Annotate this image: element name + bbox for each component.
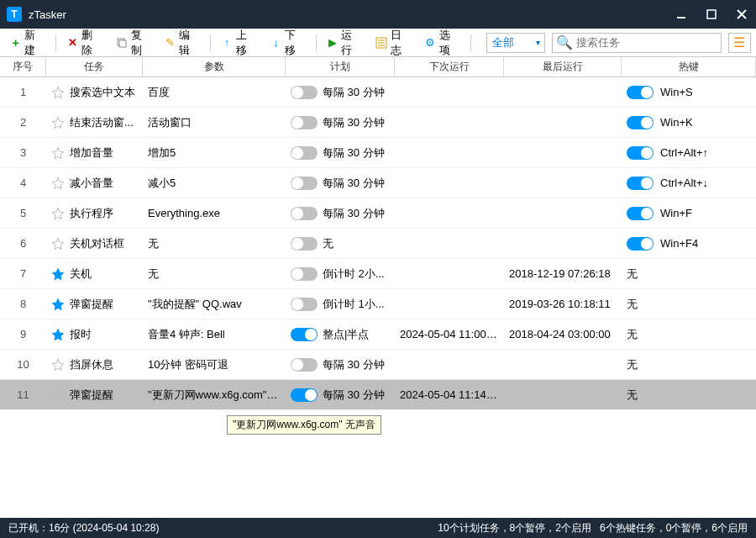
star-icon[interactable]	[51, 328, 65, 341]
col-hot[interactable]: 热键	[622, 57, 756, 76]
table-row[interactable]: 4减小音量减小5每隔 30 分钟Ctrl+Alt+↓	[0, 168, 756, 198]
plan-toggle[interactable]	[291, 298, 318, 311]
col-next[interactable]: 下次运行	[395, 57, 504, 76]
star-icon[interactable]	[51, 86, 65, 99]
hotkey-text: Win+S	[660, 86, 693, 98]
cell-param: 增加5	[143, 145, 286, 161]
copy-icon	[116, 37, 128, 49]
table-body: 1搜索选中文本百度每隔 30 分钟Win+S2结束活动窗...活动窗口每隔 30…	[0, 77, 756, 518]
hotkey-toggle[interactable]	[627, 207, 654, 220]
table-row[interactable]: 11弹窗提醒"更新刀网www.x6g.com" 无...每隔 30 分钟2024…	[0, 380, 756, 410]
plan-toggle[interactable]	[291, 267, 318, 281]
star-icon[interactable]	[51, 177, 65, 190]
plan-toggle[interactable]	[291, 207, 318, 220]
search-box[interactable]: 🔍	[552, 33, 722, 53]
cell-param: 活动窗口	[143, 115, 286, 130]
maximize-button[interactable]	[704, 7, 719, 22]
plan-toggle[interactable]	[291, 237, 318, 251]
minimize-button[interactable]	[674, 7, 689, 22]
cell-param: "我的提醒" QQ.wav	[143, 297, 286, 312]
cell-hot: 无	[622, 266, 756, 282]
move-up-button[interactable]: ↑上移	[216, 25, 261, 61]
star-icon[interactable]	[51, 267, 65, 281]
table-row[interactable]: 9报时音量4 钟声: Bell整点|半点2024-05-04 11:00:002…	[0, 319, 756, 350]
plan-toggle[interactable]	[291, 177, 318, 190]
run-button[interactable]: ▶运行	[322, 25, 367, 61]
filter-select[interactable]: 全部	[486, 33, 545, 53]
log-button[interactable]: 日志	[370, 25, 416, 61]
hotkey-toggle[interactable]	[627, 237, 654, 251]
hotkey-text: 无	[627, 297, 638, 312]
plan-text: 每隔 30 分钟	[323, 145, 385, 161]
col-plan[interactable]: 计划	[286, 57, 395, 76]
star-icon[interactable]	[51, 237, 65, 251]
plan-toggle[interactable]	[291, 388, 318, 402]
task-name: 执行程序	[70, 206, 113, 221]
new-button[interactable]: +新建	[5, 25, 50, 61]
plan-text: 每隔 30 分钟	[323, 115, 385, 130]
task-name: 报时	[70, 327, 92, 342]
cell-hot: 无	[622, 297, 756, 312]
cell-plan: 每隔 30 分钟	[286, 115, 395, 130]
table-row[interactable]: 7关机无倒计时 2小...2018-12-19 07:26:18无	[0, 259, 756, 289]
gear-icon: ⚙	[425, 37, 436, 49]
cell-hot: Ctrl+Alt+↓	[622, 177, 756, 190]
table-row[interactable]: 3增加音量增加5每隔 30 分钟Ctrl+Alt+↑	[0, 138, 756, 168]
search-icon: 🔍	[556, 34, 573, 50]
cell-seq: 6	[0, 237, 46, 250]
task-name: 弹窗提醒	[70, 297, 113, 312]
star-icon[interactable]	[51, 358, 65, 372]
table-row[interactable]: 5执行程序Everything.exe每隔 30 分钟Win+F	[0, 198, 756, 229]
table-row[interactable]: 8弹窗提醒"我的提醒" QQ.wav倒计时 1小...2019-03-26 10…	[0, 289, 756, 319]
table-row[interactable]: 2结束活动窗...活动窗口每隔 30 分钟Win+K	[0, 108, 756, 138]
plan-toggle[interactable]	[291, 146, 318, 160]
cell-last: 2018-12-19 07:26:18	[504, 267, 622, 280]
col-last[interactable]: 最后运行	[504, 57, 622, 76]
move-down-button[interactable]: ↓下移	[265, 25, 311, 61]
options-button[interactable]: ⚙选项	[420, 25, 465, 61]
plan-toggle[interactable]	[291, 358, 318, 372]
cell-param: Everything.exe	[143, 207, 286, 219]
status-bar: 已开机：16分 (2024-05-04 10:28) 10个计划任务，8个暂停，…	[0, 518, 756, 538]
search-input[interactable]	[576, 36, 717, 49]
star-icon[interactable]	[51, 116, 65, 129]
table-row[interactable]: 6关机对话框无无Win+F4	[0, 229, 756, 259]
close-button[interactable]	[734, 7, 749, 22]
table-row[interactable]: 10挡屏休息10分钟 密码可退每隔 30 分钟无	[0, 350, 756, 380]
cell-seq: 2	[0, 116, 46, 129]
cell-hot: Win+F	[622, 207, 756, 220]
cell-param: 音量4 钟声: Bell	[143, 327, 286, 342]
hotkey-toggle[interactable]	[627, 177, 654, 190]
task-name: 搜索选中文本	[70, 85, 135, 100]
app-logo: T	[7, 7, 22, 22]
plan-text: 每隔 30 分钟	[323, 176, 385, 191]
plan-toggle[interactable]	[291, 86, 318, 99]
hotkey-toggle[interactable]	[627, 146, 654, 160]
hotkey-toggle[interactable]	[627, 116, 654, 129]
task-name: 挡屏休息	[70, 357, 113, 372]
view-list-button[interactable]: ☰	[728, 33, 751, 53]
cell-seq: 5	[0, 207, 46, 219]
star-icon[interactable]	[51, 207, 65, 220]
table-row[interactable]: 1搜索选中文本百度每隔 30 分钟Win+S	[0, 77, 756, 108]
plan-text: 倒计时 2小...	[323, 266, 385, 282]
delete-button[interactable]: ✕删除	[61, 25, 107, 61]
star-icon[interactable]	[51, 146, 65, 160]
col-seq[interactable]: 序号	[0, 57, 46, 76]
cell-task: 增加音量	[46, 145, 143, 161]
star-icon[interactable]	[51, 298, 65, 311]
separator	[210, 34, 211, 51]
hotkey-toggle[interactable]	[627, 86, 654, 99]
hotkey-text: Ctrl+Alt+↑	[660, 146, 708, 159]
plan-toggle[interactable]	[291, 328, 318, 341]
col-param[interactable]: 参数	[143, 57, 286, 76]
copy-button[interactable]: 复制	[111, 25, 156, 61]
tooltip: "更新刀网www.x6g.com" 无声音	[227, 415, 381, 435]
edit-button[interactable]: ✎编辑	[160, 25, 205, 61]
plan-toggle[interactable]	[291, 116, 318, 129]
cell-task: 关机对话框	[46, 236, 143, 251]
star-icon[interactable]	[51, 388, 65, 402]
cell-seq: 3	[0, 146, 46, 159]
cell-task: 结束活动窗...	[46, 115, 143, 130]
col-task[interactable]: 任务	[46, 57, 143, 76]
